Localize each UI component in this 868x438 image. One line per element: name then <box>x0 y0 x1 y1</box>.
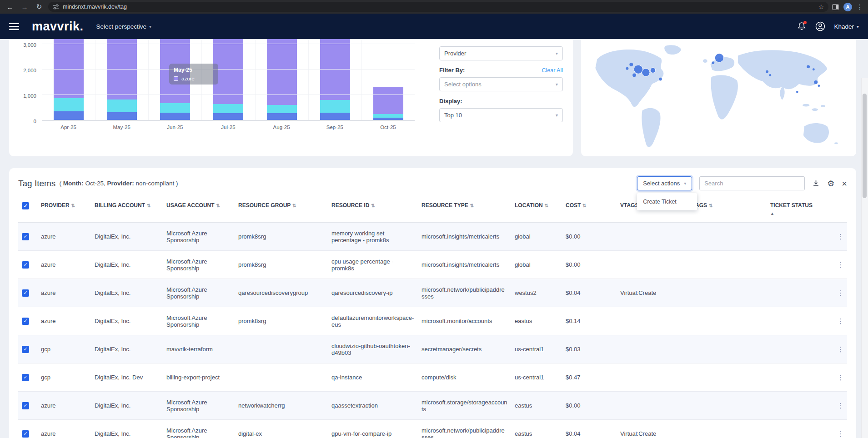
cell-location: global <box>511 251 562 279</box>
row-checkbox[interactable]: ✓ <box>22 430 29 438</box>
cell-resource_group: networkwatcherrg <box>235 392 328 420</box>
site-settings-icon <box>53 4 59 10</box>
cell-resource_id: defaultazuremonitorworkspace-eus <box>328 307 418 335</box>
bar-segment-series-blue <box>54 111 84 120</box>
map-bubble[interactable] <box>796 91 798 93</box>
group-by-select[interactable]: Provider ▾ <box>439 46 563 60</box>
cell-vtags <box>617 307 685 335</box>
column-header-resource_id[interactable]: RESOURCE ID⇅ <box>328 198 418 223</box>
bar-Oct-25[interactable] <box>361 39 415 120</box>
browser-toolbar: ← → ↻ mindsnxt.mavvrik.dev/tag ☆ A ⋮ <box>0 0 868 14</box>
browser-profile-avatar[interactable]: A <box>843 3 852 11</box>
row-checkbox[interactable]: ✓ <box>22 318 29 325</box>
row-menu-icon[interactable]: ⋮ <box>837 233 844 240</box>
cell-ticket_status <box>767 363 833 392</box>
cell-provider: azure <box>37 392 91 420</box>
select-perspective-dropdown[interactable]: Select perspective ▾ <box>96 23 151 30</box>
select-actions-button[interactable]: Select actions ▾ <box>637 176 692 190</box>
download-icon[interactable] <box>812 179 820 187</box>
map-bubble[interactable] <box>650 68 656 73</box>
cell-provider: azure <box>37 279 91 307</box>
map-bubble[interactable] <box>813 68 815 70</box>
row-menu-icon[interactable]: ⋮ <box>837 289 844 297</box>
map-bubble[interactable] <box>626 67 629 70</box>
display-select[interactable]: Top 10 ▾ <box>439 108 563 122</box>
settings-gear-icon[interactable]: ⚙ <box>827 179 834 189</box>
column-header-ticket_status[interactable]: TICKET STATUS▲ <box>767 198 833 223</box>
column-header-usage_account[interactable]: USAGE ACCOUNT⇅ <box>163 198 235 223</box>
row-checkbox[interactable]: ✓ <box>22 374 29 381</box>
hamburger-menu-icon[interactable] <box>9 23 19 30</box>
group-by-value: Provider <box>444 50 466 57</box>
notifications-bell-icon[interactable] <box>797 21 807 31</box>
row-menu-icon[interactable]: ⋮ <box>837 373 844 381</box>
geo-map-card <box>581 39 856 156</box>
bookmark-star-icon[interactable]: ☆ <box>818 3 824 10</box>
table-row: ✓azureDigitalEx, Inc.Microsoft Azure Spo… <box>18 392 847 420</box>
bar-May-25[interactable] <box>95 39 148 120</box>
map-bubble[interactable] <box>814 80 818 84</box>
map-bubble[interactable] <box>642 69 650 77</box>
mavvrik-logo: mavvrik. <box>32 20 84 34</box>
map-bubble[interactable] <box>715 54 723 62</box>
forward-icon[interactable]: → <box>19 2 30 12</box>
world-map <box>585 42 853 154</box>
row-menu-icon[interactable]: ⋮ <box>837 317 844 325</box>
row-checkbox[interactable]: ✓ <box>22 233 29 240</box>
filter-options-select[interactable]: Select options ▾ <box>439 77 563 91</box>
cell-utags <box>685 279 767 307</box>
cell-usage_account: Microsoft Azure Sponsorship <box>163 307 235 335</box>
map-bubble[interactable] <box>818 85 820 87</box>
bar-Apr-25[interactable] <box>42 39 95 120</box>
clear-all-link[interactable]: Clear All <box>542 67 563 74</box>
column-header-provider[interactable]: PROVIDER⇅ <box>37 198 91 223</box>
select-all-checkbox[interactable]: ✓ <box>22 202 29 209</box>
menu-item-create-ticket[interactable]: Create Ticket <box>637 194 697 209</box>
cell-resource_group: digital-ex <box>235 420 328 438</box>
bar-Sep-25[interactable] <box>308 39 361 120</box>
close-icon[interactable]: × <box>842 179 847 188</box>
y-axis-tick: 0 <box>34 119 36 124</box>
row-checkbox[interactable]: ✓ <box>22 289 29 297</box>
column-header-location[interactable]: LOCATION⇅ <box>511 198 562 223</box>
row-menu-icon[interactable]: ⋮ <box>837 402 844 409</box>
column-header-resource_group[interactable]: RESOURCE GROUP⇅ <box>235 198 328 223</box>
map-bubble[interactable] <box>634 65 642 74</box>
map-bubble[interactable] <box>712 61 714 64</box>
refresh-icon[interactable]: ↻ <box>34 2 45 12</box>
user-menu[interactable]: Khader ▾ <box>834 23 859 30</box>
map-bubble[interactable] <box>629 63 633 66</box>
cell-location: eastus <box>511 392 562 420</box>
row-menu-icon[interactable]: ⋮ <box>837 261 844 269</box>
month-value: Oct-25, <box>85 180 105 187</box>
row-checkbox[interactable]: ✓ <box>22 346 29 353</box>
back-icon[interactable]: ← <box>5 2 15 12</box>
map-bubble[interactable] <box>769 74 771 76</box>
column-header-resource_type[interactable]: RESOURCE TYPE⇅ <box>418 198 511 223</box>
map-bubble[interactable] <box>807 65 810 68</box>
bar-segment-series-cyan <box>213 104 243 113</box>
row-checkbox[interactable]: ✓ <box>22 402 29 409</box>
bar-chart-xlabels: Apr-25May-25Jun-25Jul-25Aug-25Sep-25Oct-… <box>42 124 415 130</box>
cell-ticket_status <box>767 392 833 420</box>
address-bar[interactable]: mindsnxt.mavvrik.dev/tag ☆ <box>48 2 828 12</box>
row-checkbox[interactable]: ✓ <box>22 261 29 269</box>
user-profile-icon[interactable] <box>815 21 826 32</box>
search-input[interactable] <box>699 176 805 190</box>
map-bubble[interactable] <box>766 70 768 73</box>
row-menu-icon[interactable]: ⋮ <box>837 430 844 438</box>
side-panel-icon[interactable] <box>832 4 839 10</box>
cell-provider: azure <box>37 251 91 279</box>
filter-options-value: Select options <box>444 81 482 88</box>
cell-cost: $0.00 <box>562 223 617 251</box>
cell-resource_id: cloudwizio-github-oauthtoken-d49b03 <box>328 335 418 363</box>
bar-Aug-25[interactable] <box>255 39 308 120</box>
column-header-billing_account[interactable]: BILLING ACCOUNT⇅ <box>91 198 163 223</box>
browser-menu-icon[interactable]: ⋮ <box>857 3 863 10</box>
row-menu-icon[interactable]: ⋮ <box>837 345 844 353</box>
map-bubble[interactable] <box>659 78 662 81</box>
cell-utags <box>685 223 767 251</box>
map-bubble[interactable] <box>632 73 636 77</box>
column-header-cost[interactable]: COST⇅ <box>562 198 617 223</box>
page-scrollbar-thumb[interactable] <box>863 94 867 198</box>
